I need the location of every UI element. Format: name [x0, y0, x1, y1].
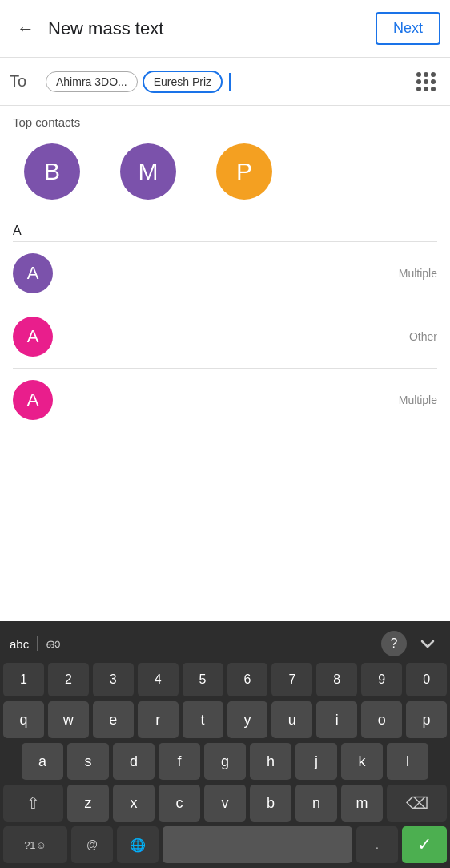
- top-contact-B[interactable]: B: [24, 143, 80, 200]
- kb-mode-lang[interactable]: ഓ: [46, 636, 60, 651]
- key-q[interactable]: q: [3, 701, 44, 738]
- key-9[interactable]: 9: [361, 663, 402, 696]
- kb-hide-button[interactable]: [415, 631, 440, 656]
- text-cursor: [229, 73, 231, 91]
- key-m[interactable]: m: [341, 785, 383, 822]
- top-contact-P[interactable]: P: [216, 143, 272, 200]
- top-contacts-avatars: B M P: [0, 135, 450, 216]
- back-button[interactable]: ←: [10, 13, 42, 45]
- key-n[interactable]: n: [295, 785, 337, 822]
- kb-number-row: 1 2 3 4 5 6 7 8 9 0: [3, 663, 447, 696]
- key-e[interactable]: e: [93, 701, 134, 738]
- contact-row-2[interactable]: A Other: [0, 305, 450, 368]
- shift-icon: ⇧: [26, 793, 40, 813]
- at-key[interactable]: @: [71, 826, 113, 863]
- contact-avatar-3: A: [13, 380, 53, 420]
- section-header-A: A: [0, 216, 450, 241]
- key-b[interactable]: b: [250, 785, 291, 822]
- contact-badge-1: Multiple: [399, 267, 437, 280]
- contact-row-1[interactable]: A Multiple: [0, 242, 450, 305]
- symbols-key[interactable]: ?1☺: [3, 826, 67, 863]
- to-row: To Ahimra 3DO... Euresh Priz: [0, 58, 450, 106]
- key-s[interactable]: s: [67, 743, 109, 780]
- header: ← New mass text Next: [0, 0, 450, 58]
- kb-mode-abc[interactable]: abc: [10, 637, 29, 651]
- delete-key[interactable]: ⌫: [387, 785, 447, 822]
- to-label: To: [10, 72, 38, 91]
- key-3[interactable]: 3: [93, 663, 134, 696]
- key-f[interactable]: f: [159, 743, 200, 780]
- key-r[interactable]: r: [138, 701, 179, 738]
- dots-grid: [416, 72, 436, 91]
- keyboard: abc ഓ ? 1 2 3 4 5 6 7 8 9 0 q w e r t y …: [0, 621, 450, 868]
- contact-badge-2: Other: [409, 330, 437, 343]
- key-p[interactable]: p: [406, 701, 447, 738]
- next-button[interactable]: Next: [376, 12, 440, 45]
- contact-badge-3: Multiple: [399, 394, 437, 406]
- key-6[interactable]: 6: [227, 663, 268, 696]
- globe-key[interactable]: 🌐: [117, 826, 159, 863]
- chip-2[interactable]: Euresh Priz: [143, 71, 223, 93]
- key-8[interactable]: 8: [316, 663, 357, 696]
- delete-icon: ⌫: [406, 793, 428, 813]
- contact-row-3[interactable]: A Multiple: [0, 369, 450, 431]
- key-0[interactable]: 0: [406, 663, 447, 696]
- kb-help-button[interactable]: ?: [381, 631, 407, 656]
- key-v[interactable]: v: [204, 785, 246, 822]
- grid-icon-button[interactable]: [412, 67, 440, 96]
- contacts-area: Top contacts B M P A A Multiple A Other …: [0, 106, 450, 431]
- kb-row-1: q w e r t y u i o p: [3, 701, 447, 738]
- key-5[interactable]: 5: [183, 663, 223, 696]
- contact-avatar-1: A: [13, 253, 53, 293]
- key-o[interactable]: o: [361, 701, 402, 738]
- key-4[interactable]: 4: [138, 663, 179, 696]
- period-key[interactable]: .: [356, 826, 398, 863]
- key-y[interactable]: y: [227, 701, 268, 738]
- key-u[interactable]: u: [271, 701, 312, 738]
- chips-area: Ahimra 3DO... Euresh Priz: [46, 71, 412, 93]
- key-l[interactable]: l: [387, 743, 428, 780]
- kb-bottom-row: ?1☺ @ 🌐 . ✓: [3, 826, 447, 863]
- key-a[interactable]: a: [22, 743, 63, 780]
- kb-row-3: ⇧ z x c v b n m ⌫: [3, 785, 447, 822]
- shift-key[interactable]: ⇧: [3, 785, 63, 822]
- done-key[interactable]: ✓: [402, 826, 447, 863]
- chip-1[interactable]: Ahimra 3DO...: [46, 71, 138, 92]
- kb-row-2: a s d f g h j k l: [3, 743, 447, 780]
- key-x[interactable]: x: [113, 785, 155, 822]
- chevron-down-icon: [418, 634, 437, 653]
- key-2[interactable]: 2: [48, 663, 89, 696]
- key-7[interactable]: 7: [271, 663, 312, 696]
- key-t[interactable]: t: [183, 701, 223, 738]
- top-contact-M[interactable]: M: [120, 143, 176, 200]
- space-key[interactable]: [163, 826, 352, 863]
- key-i[interactable]: i: [316, 701, 357, 738]
- key-z[interactable]: z: [67, 785, 109, 822]
- kb-mode-row: abc ഓ ?: [3, 628, 447, 663]
- key-j[interactable]: j: [295, 743, 337, 780]
- key-w[interactable]: w: [48, 701, 89, 738]
- key-k[interactable]: k: [341, 743, 383, 780]
- key-h[interactable]: h: [250, 743, 291, 780]
- key-c[interactable]: c: [159, 785, 200, 822]
- key-d[interactable]: d: [113, 743, 155, 780]
- back-icon: ←: [17, 18, 34, 39]
- top-contacts-label: Top contacts: [0, 106, 450, 135]
- key-g[interactable]: g: [204, 743, 246, 780]
- key-1[interactable]: 1: [3, 663, 44, 696]
- page-title: New mass text: [48, 18, 376, 39]
- contact-avatar-2: A: [13, 317, 53, 357]
